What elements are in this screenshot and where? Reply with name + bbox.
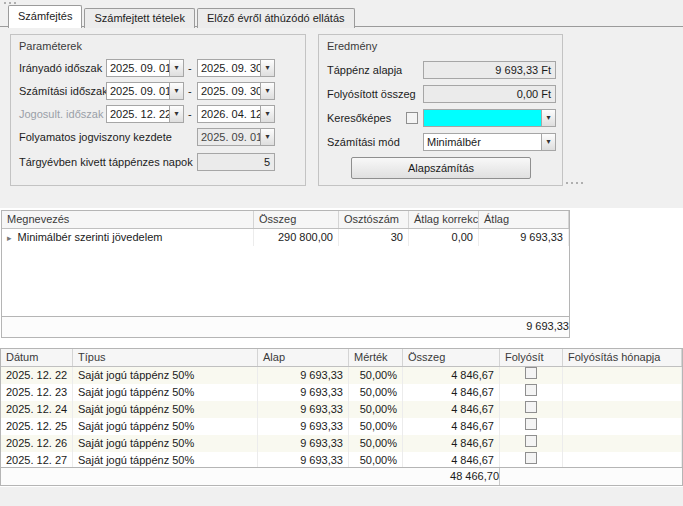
column-header[interactable]: Dátum xyxy=(1,349,73,366)
chevron-down-icon[interactable]: ▾ xyxy=(541,110,555,126)
grip-dots xyxy=(4,2,16,4)
szamitasi-mod-dropdown[interactable]: Minimálbér ▾ xyxy=(423,133,556,151)
jogosult-to-datepicker[interactable]: 2026. 04. 12. ▾ xyxy=(197,105,275,123)
tab-elozo-evrol[interactable]: Előző évről áthúzódó ellátás xyxy=(197,8,355,28)
chevron-down-icon[interactable]: ▾ xyxy=(260,106,274,122)
cell-alap: 9 693,33 xyxy=(258,384,349,401)
table-row[interactable]: 2025. 12. 24 Saját jogú táppénz 50% 9 69… xyxy=(1,401,682,418)
chevron-down-icon[interactable]: ▾ xyxy=(169,60,183,76)
income-grid: Megnevezés Összeg Osztószám Átlag korrek… xyxy=(1,210,570,338)
cell-folyositas-honapja xyxy=(563,401,682,418)
table-row[interactable]: 2025. 12. 25 Saját jogú táppénz 50% 9 69… xyxy=(1,418,682,435)
folyosit-checkbox[interactable] xyxy=(525,384,537,396)
cell-datum: 2025. 12. 22 xyxy=(1,367,73,384)
date-value: 2025. 09. 30. xyxy=(198,83,260,99)
column-header[interactable]: Alap xyxy=(258,349,349,366)
table-row[interactable]: ▸Minimálbér szerinti jövedelem 290 800,0… xyxy=(2,229,569,246)
cell-alap: 9 693,33 xyxy=(258,418,349,435)
column-header[interactable]: Összeg xyxy=(403,349,500,366)
folyosit-checkbox[interactable] xyxy=(525,435,537,447)
jogosult-label: Jogosult. időszak xyxy=(19,105,103,123)
range-separator: - xyxy=(188,59,192,77)
iranyado-to-datepicker[interactable]: 2025. 09. 30. ▾ xyxy=(197,59,275,77)
table-row[interactable]: 2025. 12. 26 Saját jogú táppénz 50% 9 69… xyxy=(1,435,682,452)
column-header[interactable]: Folyósít xyxy=(500,349,563,366)
szamitasi-to-datepicker[interactable]: 2025. 09. 30. ▾ xyxy=(197,82,275,100)
cell-datum: 2025. 12. 25 xyxy=(1,418,73,435)
tab-label: Számfejtett tételek xyxy=(94,12,185,24)
cell-osztoszam: 30 xyxy=(339,229,409,246)
folyosit-checkbox[interactable] xyxy=(525,452,537,464)
cell-mertek: 50,00% xyxy=(349,418,403,435)
cell-folyositas-honapja xyxy=(563,384,682,401)
szamitasi-label: Számítási időszak xyxy=(19,82,108,100)
folyamatos-jogviszony-label: Folyamatos jogviszony kezdete xyxy=(19,128,172,146)
bottom-strip xyxy=(0,487,683,506)
cell-datum: 2025. 12. 23 xyxy=(1,384,73,401)
detail-grid-footer: 48 466,70 xyxy=(1,467,682,485)
iranyado-from-datepicker[interactable]: 2025. 09. 01. ▾ xyxy=(106,59,184,77)
folyosit-checkbox[interactable] xyxy=(525,418,537,430)
cell-folyositas-honapja xyxy=(563,435,682,452)
chevron-down-icon[interactable]: ▾ xyxy=(260,129,274,145)
date-value: 2025. 09. 01. xyxy=(107,60,169,76)
cell-osszeg: 290 800,00 xyxy=(254,229,339,246)
folyosit-checkbox[interactable] xyxy=(525,401,537,413)
chevron-down-icon[interactable]: ▾ xyxy=(260,60,274,76)
cell-osszeg: 4 846,67 xyxy=(403,435,500,452)
cell-atlag-korrekcio: 0,00 xyxy=(409,229,479,246)
income-grid-footer: 9 693,33 xyxy=(2,316,569,337)
column-header[interactable]: Átlag xyxy=(479,211,569,228)
jogosult-from-datepicker[interactable]: 2025. 12. 22. ▾ xyxy=(106,105,184,123)
tab-szamfejtes[interactable]: Számfejtés xyxy=(8,5,82,28)
tab-label: Számfejtés xyxy=(18,10,72,22)
income-name: Minimálbér szerinti jövedelem xyxy=(18,231,163,243)
dropdown-value xyxy=(424,110,541,126)
keresokepes-checkbox[interactable] xyxy=(406,112,418,124)
date-value: 2025. 09. 30. xyxy=(198,60,260,76)
income-grid-total: 9 693,33 xyxy=(479,317,569,337)
tappenz-alapja-label: Táppénz alapja xyxy=(327,61,402,79)
tab-bar: Számfejtés Számfejtett tételek Előző évr… xyxy=(8,5,355,28)
cell-folyosit xyxy=(500,418,563,435)
column-header[interactable]: Összeg xyxy=(254,211,339,228)
column-header[interactable]: Mérték xyxy=(349,349,403,366)
cell-mertek: 50,00% xyxy=(349,367,403,384)
folyosit-checkbox[interactable] xyxy=(525,367,537,379)
cell-tipus: Saját jogú táppénz 50% xyxy=(73,384,258,401)
groupbox-title: Paraméterek xyxy=(19,40,82,52)
detail-grid-total: 48 466,70 xyxy=(403,468,500,485)
column-header[interactable]: Megnevezés xyxy=(2,211,254,228)
tappenzes-napok-input[interactable]: 5 xyxy=(197,153,275,171)
row-expander-icon[interactable]: ▸ xyxy=(7,233,12,243)
cell-osszeg: 4 846,67 xyxy=(403,367,500,384)
column-header[interactable]: Osztószám xyxy=(339,211,409,228)
szamitasi-mod-label: Számítási mód xyxy=(327,133,400,151)
column-header[interactable]: Folyósítás hónapja xyxy=(563,349,682,366)
alapszamitas-button[interactable]: Alapszámítás xyxy=(351,157,531,179)
szamitasi-from-datepicker[interactable]: 2025. 09. 01. ▾ xyxy=(106,82,184,100)
result-groupbox: Eredmény Táppénz alapja 9 693,33 Ft Foly… xyxy=(318,34,563,186)
chevron-down-icon[interactable]: ▾ xyxy=(169,83,183,99)
detail-grid: Dátum Típus Alap Mérték Összeg Folyósít … xyxy=(0,348,683,486)
chevron-down-icon[interactable]: ▾ xyxy=(260,83,274,99)
folyamatos-jogviszony-datepicker[interactable]: 2025. 09. 01. ▾ xyxy=(197,128,275,146)
cell-folyosit xyxy=(500,401,563,418)
table-row[interactable]: 2025. 12. 22 Saját jogú táppénz 50% 9 69… xyxy=(1,367,682,384)
cell-alap: 9 693,33 xyxy=(258,401,349,418)
tab-label: Előző évről áthúzódó ellátás xyxy=(207,12,345,24)
cell-folyositas-honapja xyxy=(563,418,682,435)
date-value: 2025. 09. 01. xyxy=(107,83,169,99)
column-header[interactable]: Típus xyxy=(73,349,258,366)
chevron-down-icon[interactable]: ▾ xyxy=(169,106,183,122)
table-row[interactable]: 2025. 12. 23 Saját jogú táppénz 50% 9 69… xyxy=(1,384,682,401)
cell-tipus: Saját jogú táppénz 50% xyxy=(73,435,258,452)
dropdown-value: Minimálbér xyxy=(424,134,541,150)
chevron-down-icon[interactable]: ▾ xyxy=(541,134,555,150)
folyositott-osszeg-value: 0,00 Ft xyxy=(423,85,556,103)
column-header[interactable]: Átlag korrekció xyxy=(409,211,479,228)
folyositott-osszeg-label: Folyósított összeg xyxy=(327,85,416,103)
keresokepes-dropdown[interactable]: ▾ xyxy=(423,109,556,127)
tab-szamfejtett-tetelek[interactable]: Számfejtett tételek xyxy=(84,8,195,28)
cell-tipus: Saját jogú táppénz 50% xyxy=(73,401,258,418)
